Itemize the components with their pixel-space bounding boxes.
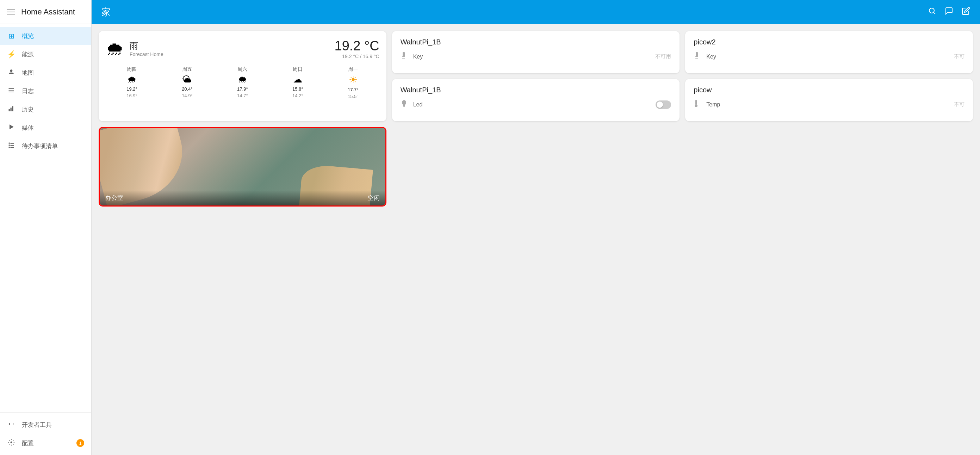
svg-rect-25 — [403, 106, 405, 107]
walnutpi-1b-key-card: WalnutPi_1B Key 不可用 — [392, 31, 680, 73]
forecast-icon-mon: ☀ — [349, 74, 358, 86]
content-area: 🌧 雨 Forecast Home 19.2 °C 19.2 °C / 16.9… — [92, 24, 980, 455]
forecast-day-name: 周四 — [127, 66, 137, 73]
walnutpi-1b-led-card: WalnutPi_1B Led — [392, 79, 680, 121]
forecast-high-sun: 15.8° — [293, 86, 303, 92]
weather-condition: 雨 — [130, 40, 164, 51]
svg-rect-26 — [695, 100, 697, 105]
weather-forecast: 周四 🌧 19.2° 16.9° 周五 🌥 20.4° 14.9° 周六 🌧 1… — [106, 66, 379, 99]
overview-icon: ⊞ — [7, 32, 16, 40]
svg-rect-5 — [11, 107, 12, 111]
menu-button[interactable] — [7, 10, 15, 14]
search-icon[interactable] — [928, 7, 936, 17]
sidebar-item-energy[interactable]: ⚡ 能源 — [0, 45, 91, 64]
svg-rect-11 — [11, 145, 14, 146]
svg-rect-21 — [695, 56, 698, 57]
sidebar-item-label: 配置 — [22, 439, 34, 447]
forecast-day-name: 周五 — [182, 66, 192, 73]
forecast-low-mon: 15.5° — [348, 94, 359, 99]
sidebar-item-label: 日志 — [22, 87, 34, 95]
svg-point-23 — [402, 100, 406, 105]
main: 家 🌧 雨 Forecast Home 19.2 °C — [92, 0, 980, 455]
map-icon — [7, 69, 16, 77]
sidebar-bottom: 开发者工具 配置 1 — [0, 412, 91, 455]
forecast-day-fri: 周五 🌥 20.4° 14.9° — [161, 66, 213, 99]
sidebar-item-label: 待办事项清单 — [22, 142, 58, 150]
temp-device-icon — [694, 100, 702, 109]
svg-rect-19 — [402, 58, 405, 59]
sidebar-nav: ⊞ 概览 ⚡ 能源 地图 日志 历史 — [0, 24, 91, 412]
picow2-key-card: picow2 Key 不可 — [685, 31, 973, 73]
key-device-icon — [401, 52, 409, 61]
device-row: Key 不可 — [694, 52, 964, 61]
forecast-low-fri: 14.9° — [182, 93, 192, 98]
sidebar-item-label: 媒体 — [22, 124, 34, 132]
sidebar-item-logs[interactable]: 日志 — [0, 82, 91, 100]
todo-icon — [7, 142, 16, 150]
svg-rect-18 — [402, 56, 405, 57]
sidebar-item-settings[interactable]: 配置 1 — [0, 434, 91, 452]
sidebar: Home Assistant ⊞ 概览 ⚡ 能源 地图 日志 历史 — [0, 0, 92, 455]
device-card-title: picow2 — [694, 38, 964, 46]
sidebar-item-history[interactable]: 历史 — [0, 100, 91, 118]
settings-icon — [7, 439, 16, 448]
svg-line-16 — [934, 13, 935, 14]
media-icon — [7, 123, 16, 132]
device-row: Temp 不可 — [694, 100, 964, 109]
sidebar-item-map[interactable]: 地图 — [0, 64, 91, 82]
svg-rect-10 — [9, 145, 10, 145]
forecast-low-sat: 14.7° — [237, 93, 248, 98]
device-status: 不可 — [954, 53, 964, 60]
svg-rect-12 — [9, 147, 10, 148]
energy-icon: ⚡ — [7, 50, 16, 59]
svg-rect-24 — [403, 105, 405, 106]
key-device-icon — [694, 52, 702, 61]
sidebar-item-label: 概览 — [22, 32, 34, 40]
forecast-low-sun: 14.2° — [293, 93, 303, 98]
weather-card: 🌧 雨 Forecast Home 19.2 °C 19.2 °C / 16.9… — [99, 31, 387, 121]
forecast-high-thu: 19.2° — [126, 86, 137, 92]
svg-rect-17 — [402, 52, 405, 57]
sidebar-item-label: 历史 — [22, 105, 34, 113]
sidebar-item-overview[interactable]: ⊞ 概览 — [0, 27, 91, 45]
sidebar-item-media[interactable]: 媒体 — [0, 118, 91, 137]
camera-card[interactable]: 办公室 空闲 — [99, 127, 387, 206]
device-name: Key — [413, 54, 651, 60]
forecast-icon-thu: 🌧 — [127, 74, 136, 85]
led-toggle[interactable] — [655, 101, 671, 109]
history-icon — [7, 105, 16, 114]
device-card-title: picow — [694, 86, 964, 94]
svg-rect-2 — [9, 90, 14, 91]
svg-rect-20 — [696, 52, 698, 57]
forecast-high-mon: 17.7° — [348, 87, 359, 93]
weather-info: 雨 Forecast Home — [130, 40, 164, 57]
forecast-day-thu: 周四 🌧 19.2° 16.9° — [106, 66, 158, 99]
svg-rect-13 — [11, 147, 14, 148]
device-name: Temp — [706, 102, 950, 108]
forecast-icon-sun: ☁ — [293, 74, 302, 85]
forecast-day-sun: 周日 ☁ 15.8° 14.2° — [272, 66, 324, 99]
settings-badge: 1 — [76, 439, 84, 447]
sidebar-item-label: 地图 — [22, 69, 34, 77]
svg-point-15 — [929, 8, 934, 13]
device-row: Led — [401, 100, 671, 109]
svg-rect-4 — [9, 109, 10, 111]
device-card-title: WalnutPi_1B — [401, 38, 671, 46]
device-status: 不可用 — [655, 53, 671, 60]
forecast-icon-fri: 🌥 — [183, 74, 192, 85]
weather-temp: 19.2 °C — [335, 38, 379, 54]
sidebar-header: Home Assistant — [0, 0, 91, 24]
sidebar-item-todo[interactable]: 待办事项清单 — [0, 137, 91, 155]
svg-rect-22 — [695, 58, 698, 59]
sidebar-item-devtools[interactable]: 开发者工具 — [0, 415, 91, 434]
chat-icon[interactable] — [945, 7, 953, 17]
page-title: 家 — [102, 6, 111, 18]
svg-point-14 — [11, 441, 12, 443]
weather-temp-range: 19.2 °C / 16.9 °C — [335, 54, 379, 59]
device-name: Led — [413, 102, 652, 108]
weather-current: 🌧 雨 Forecast Home 19.2 °C 19.2 °C / 16.9… — [106, 38, 379, 59]
forecast-icon-sat: 🌧 — [238, 74, 247, 85]
svg-rect-9 — [11, 143, 14, 144]
edit-icon[interactable] — [962, 7, 970, 17]
camera-label: 办公室 — [105, 194, 123, 202]
